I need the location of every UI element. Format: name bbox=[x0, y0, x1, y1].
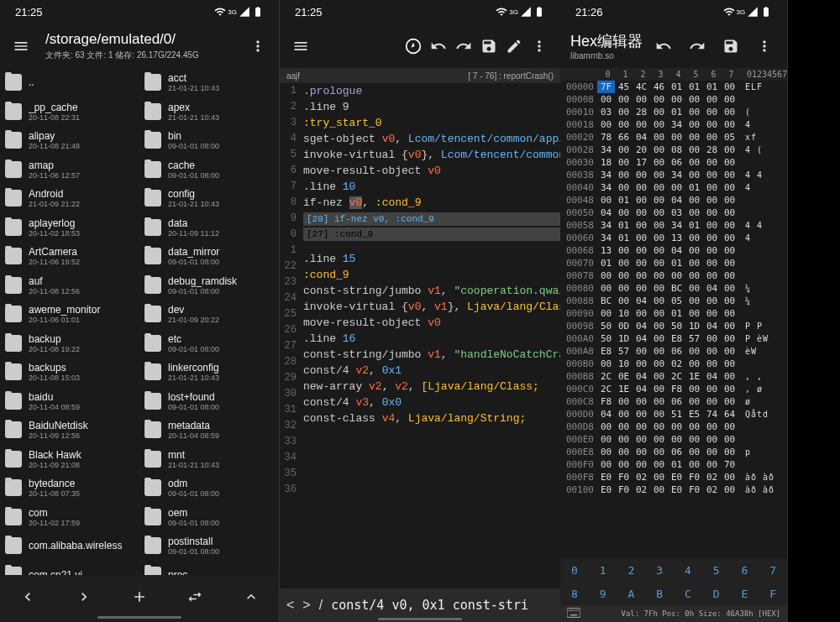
search-prev[interactable]: < bbox=[286, 598, 294, 613]
code-editor[interactable]: 1234567890122232425262728293031323334353… bbox=[280, 83, 560, 588]
hex-row[interactable]: 000E00000000000000000 bbox=[560, 433, 787, 446]
save-button[interactable] bbox=[718, 38, 743, 55]
file-item[interactable]: com.alibaba.wireless bbox=[0, 531, 139, 561]
more-button[interactable] bbox=[245, 38, 270, 55]
hex-row[interactable]: 0003834000000340000004 4 bbox=[560, 169, 787, 181]
save-button[interactable] bbox=[476, 38, 501, 55]
file-item[interactable]: Android 21-01-09 21:22 bbox=[0, 184, 139, 213]
hex-row[interactable]: 00098500D0400501D0400P P bbox=[560, 320, 787, 332]
file-item[interactable]: com 20-11-02 17:59 bbox=[0, 503, 139, 532]
file-item[interactable]: bytedance 20-11-08 07:35 bbox=[0, 473, 139, 503]
hex-key-D[interactable]: D bbox=[702, 582, 731, 605]
file-item[interactable]: proc bbox=[139, 561, 279, 576]
file-item[interactable]: lost+found 09-01-01 08:00 bbox=[139, 387, 279, 416]
file-item[interactable]: dev 21-01-09 20:22 bbox=[139, 300, 279, 329]
hex-row[interactable]: 000E80000000006000000 p bbox=[560, 446, 787, 458]
file-item[interactable]: _pp_cache 20-11-08 22:31 bbox=[0, 97, 139, 127]
hex-key-8[interactable]: 8 bbox=[560, 582, 589, 605]
hex-key-9[interactable]: 9 bbox=[589, 582, 617, 605]
search-next[interactable]: > bbox=[302, 598, 310, 613]
edit-button[interactable] bbox=[501, 38, 527, 55]
file-item[interactable]: aplayerlog 20-11-02 18:53 bbox=[0, 213, 139, 243]
hex-key-3[interactable]: 3 bbox=[645, 558, 674, 582]
file-item[interactable]: odm 09-01-01 08:00 bbox=[139, 473, 279, 503]
hex-row[interactable]: 000B00010000002000000 bbox=[560, 358, 787, 370]
hex-key-2[interactable]: 2 bbox=[617, 558, 646, 582]
hex-row[interactable]: 000C8F800000006000000ø bbox=[560, 395, 787, 408]
file-item[interactable]: com cn21 vi bbox=[0, 561, 139, 576]
hex-row[interactable]: 00088BC00040005000000¼ bbox=[560, 295, 787, 307]
hex-key-C[interactable]: C bbox=[674, 582, 702, 605]
search-query[interactable]: const/4 v0, 0x1 const-stri bbox=[331, 598, 554, 613]
hex-key-5[interactable]: 5 bbox=[702, 558, 731, 582]
hex-row[interactable]: 000080000000000000000 bbox=[560, 93, 787, 106]
hex-key-A[interactable]: A bbox=[617, 582, 646, 605]
hex-row[interactable]: 000900010000001000000 bbox=[560, 307, 787, 320]
hex-row[interactable]: 000180000000034000000 4 bbox=[560, 118, 787, 131]
hex-row[interactable]: 0002834002000080028004 ( bbox=[560, 144, 787, 156]
file-item[interactable]: ArtCamera 20-11-06 19:52 bbox=[0, 242, 139, 271]
nav-swap[interactable] bbox=[186, 588, 203, 609]
file-item[interactable]: aweme_monitor 20-11-06 01:01 bbox=[0, 300, 139, 329]
file-item[interactable]: bin 09-01-01 08:00 bbox=[139, 126, 279, 155]
file-item[interactable]: Black Hawk 20-11-09 21:08 bbox=[0, 445, 139, 474]
nav-up[interactable] bbox=[243, 588, 260, 609]
hex-row[interactable]: 00100E0F00200E0F00200àð àð bbox=[560, 483, 787, 496]
hex-row[interactable]: 000B82C0E04002C1E0400, , bbox=[560, 370, 787, 383]
file-item[interactable]: debug_ramdisk 09-01-01 08:00 bbox=[139, 271, 279, 301]
hex-row[interactable]: 000A8E857000006000000èW bbox=[560, 345, 787, 358]
redo-button[interactable] bbox=[451, 38, 476, 55]
undo-button[interactable] bbox=[651, 38, 676, 55]
hex-row[interactable]: 000D80000000000000000 bbox=[560, 421, 787, 433]
file-item[interactable]: auf 20-11-08 12:56 bbox=[0, 271, 139, 301]
nav-add[interactable] bbox=[131, 588, 148, 609]
hex-row[interactable]: 000F8E0F00200E0F00200àð àð bbox=[560, 471, 787, 483]
file-item[interactable]: metadata 20-11-04 08:59 bbox=[139, 416, 279, 445]
file-item[interactable]: data 20-11-09 11:12 bbox=[139, 213, 279, 243]
keyboard-icon[interactable] bbox=[567, 608, 580, 619]
path-title[interactable]: /storage/emulated/0/ bbox=[45, 31, 245, 48]
redo-button[interactable] bbox=[685, 38, 710, 55]
hex-row[interactable]: 000301800170006000000 bbox=[560, 156, 787, 169]
hex-row[interactable]: 000700100000001000000 bbox=[560, 257, 787, 269]
file-item[interactable]: backups 20-11-08 15:03 bbox=[0, 358, 139, 387]
hex-row[interactable]: 000480001000004000000 bbox=[560, 194, 787, 206]
hex-key-E[interactable]: E bbox=[731, 582, 759, 605]
nav-back[interactable] bbox=[19, 588, 36, 609]
suggestion-popup[interactable]: [20] if-nez v0, :cond_9 [27] :cond_9 bbox=[303, 212, 560, 241]
undo-button[interactable] bbox=[426, 38, 451, 55]
hex-row[interactable]: 000100300280001000000 ( bbox=[560, 106, 787, 118]
file-item[interactable]: postinstall 09-01-01 08:00 bbox=[139, 531, 279, 561]
file-item[interactable]: .. bbox=[0, 68, 139, 97]
more-button[interactable] bbox=[527, 38, 552, 55]
hex-key-7[interactable]: 7 bbox=[759, 558, 787, 582]
file-item[interactable]: cache 09-01-01 08:00 bbox=[139, 155, 279, 185]
file-item[interactable]: backup 20-11-08 19:22 bbox=[0, 329, 139, 358]
file-item[interactable]: mnt 21-01-21 10:43 bbox=[139, 445, 279, 474]
file-tab[interactable]: aajf [ 7 - 76] : reportCrash() bbox=[280, 68, 560, 83]
hex-row[interactable]: 0008000000000BC000400 ¼ bbox=[560, 282, 787, 295]
file-item[interactable]: BaiduNetdisk 20-11-09 12:56 bbox=[0, 416, 139, 445]
file-item[interactable]: amap 20-11-06 12:57 bbox=[0, 155, 139, 185]
file-item[interactable]: acct 21-01-21 10:43 bbox=[139, 68, 279, 97]
hex-key-B[interactable]: B bbox=[645, 582, 674, 605]
nav-forward[interactable] bbox=[76, 588, 92, 609]
file-item[interactable]: baidu 20-11-04 08:59 bbox=[0, 387, 139, 416]
hex-row[interactable]: 000C02C1E0400F8000000, ø bbox=[560, 383, 787, 395]
hex-row[interactable]: 000F00000000001000070 bbox=[560, 458, 787, 471]
file-item[interactable]: config 21-01-21 10:43 bbox=[139, 184, 279, 213]
hex-key-1[interactable]: 1 bbox=[589, 558, 617, 582]
menu-button[interactable] bbox=[288, 38, 313, 55]
hex-row[interactable]: 000A0501D0400E8570000P èW bbox=[560, 332, 787, 345]
compass-button[interactable] bbox=[401, 38, 426, 55]
hex-key-F[interactable]: F bbox=[759, 582, 787, 605]
hex-row[interactable]: 000207866040000000005xf bbox=[560, 131, 787, 144]
hex-row[interactable]: 0006034010000130000004 bbox=[560, 232, 787, 244]
file-item[interactable]: apex 21-01-21 10:43 bbox=[139, 97, 279, 127]
hex-row[interactable]: 000681300000004000000 bbox=[560, 244, 787, 257]
file-item[interactable]: oem 09-01-01 08:00 bbox=[139, 503, 279, 532]
file-item[interactable]: data_mirror 09-01-01 08:00 bbox=[139, 242, 279, 271]
menu-button[interactable] bbox=[8, 38, 34, 55]
hex-key-0[interactable]: 0 bbox=[560, 558, 589, 582]
hex-grid[interactable]: 000007F454C4601010100 ELF000080000000000… bbox=[560, 81, 787, 541]
